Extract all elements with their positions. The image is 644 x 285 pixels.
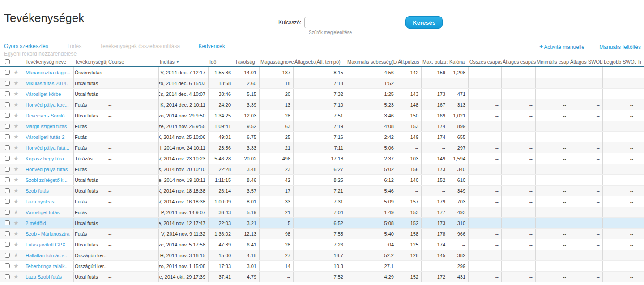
activity-name-link[interactable]: Teherbringa-találk... bbox=[26, 263, 69, 269]
activity-name-link[interactable]: Márianosztra dago... bbox=[26, 70, 70, 75]
activity-name-link[interactable]: Városligeti futás 2 bbox=[26, 134, 64, 140]
column-header-type[interactable]: Tevékenységtíp bbox=[74, 59, 107, 65]
column-header-elevation[interactable]: Magasságnöve bbox=[260, 59, 294, 65]
favorites-link[interactable]: Kedvencek bbox=[198, 43, 225, 49]
table-row[interactable]: ★Márianosztra dago...Ösvényfutás--V, 201… bbox=[0, 67, 644, 78]
manual-upload-link[interactable]: Manuális feltöltés bbox=[599, 44, 641, 50]
favorite-star-icon[interactable]: ★ bbox=[13, 166, 19, 172]
activity-name-link[interactable]: Szobi zsírégető k... bbox=[26, 177, 68, 183]
quick-edit-link[interactable]: Gyors szerkesztés bbox=[4, 43, 48, 49]
column-header-start[interactable]: Indítás▼ bbox=[159, 59, 209, 65]
activity-name-link[interactable]: Szob futás bbox=[26, 188, 49, 194]
row-checkbox[interactable] bbox=[5, 81, 10, 86]
column-header-max_hr[interactable]: Max. pulzu: bbox=[422, 59, 448, 65]
table-row[interactable]: ★Szob - MárianosztraFutás--V, 2014 nov. … bbox=[0, 229, 644, 239]
table-row[interactable]: ★Laza Szobi futásUtcai futás--Sze, 2014 … bbox=[0, 272, 644, 282]
activity-name-link[interactable]: Mikulás futás 2014. bbox=[26, 81, 68, 86]
activity-name-link[interactable]: Futás javított GPX bbox=[26, 242, 65, 247]
table-row[interactable]: ★Teherbringa-találk...Országúti ker...--… bbox=[0, 261, 644, 272]
favorite-star-icon[interactable]: ★ bbox=[13, 91, 19, 97]
row-checkbox[interactable] bbox=[5, 145, 10, 150]
column-header-avg_speed[interactable]: Átlagseb.(Átl. tempó) bbox=[294, 59, 346, 65]
row-checkbox[interactable] bbox=[5, 102, 10, 107]
row-checkbox[interactable] bbox=[5, 210, 10, 215]
activity-name-link[interactable]: Kopasz hegy túra bbox=[26, 156, 64, 161]
favorite-star-icon[interactable]: ★ bbox=[13, 199, 19, 204]
table-row[interactable]: ★Szobi zsírégető k...Utcai futás--Sze, 2… bbox=[0, 175, 644, 186]
activity-name-link[interactable]: Honvéd pálya futá... bbox=[26, 145, 69, 151]
activity-name-link[interactable]: Honvéd pálya koc... bbox=[26, 102, 69, 108]
compare-activities-link[interactable]: Tevékenységek összehasonlítása bbox=[100, 43, 180, 49]
select-all-checkbox[interactable] bbox=[5, 59, 10, 64]
column-header-extra[interactable]: Ti bbox=[636, 59, 644, 65]
favorite-star-icon[interactable]: ★ bbox=[13, 155, 19, 161]
row-checkbox[interactable] bbox=[5, 156, 10, 161]
column-header-total_strokes[interactable]: Összes csapás bbox=[469, 59, 502, 65]
favorite-star-icon[interactable]: ★ bbox=[13, 69, 19, 75]
activity-name-link[interactable]: Hallatlan tolmác s... bbox=[26, 253, 68, 258]
row-checkbox[interactable] bbox=[5, 124, 10, 129]
row-checkbox[interactable] bbox=[5, 263, 10, 268]
column-header-max_speed[interactable]: Maximális sebesség(Le bbox=[346, 59, 397, 65]
favorite-star-icon[interactable]: ★ bbox=[13, 252, 19, 258]
favorite-star-icon[interactable]: ★ bbox=[13, 242, 19, 247]
row-checkbox[interactable] bbox=[5, 113, 10, 118]
delete-link[interactable]: Törlés bbox=[67, 43, 81, 49]
table-row[interactable]: ★Honvéd pálya futá...Futás--H, 2014 nov.… bbox=[0, 142, 644, 153]
column-header-avg_strokes[interactable]: Átlagos csapás bbox=[502, 59, 536, 65]
row-checkbox[interactable] bbox=[5, 177, 10, 182]
table-row[interactable]: ★Városligeti futás 2Futás--K, 2014 nov. … bbox=[0, 132, 644, 142]
favorite-star-icon[interactable]: ★ bbox=[13, 80, 19, 86]
column-header-distance[interactable]: Távolság bbox=[234, 59, 260, 65]
column-header-min_strokes[interactable]: Minimális csapá bbox=[536, 59, 569, 65]
row-checkbox[interactable] bbox=[5, 167, 10, 172]
activity-name-link[interactable]: Városliget futás bbox=[26, 210, 60, 215]
row-checkbox[interactable] bbox=[5, 91, 10, 96]
search-button[interactable]: Keresés bbox=[405, 16, 443, 29]
column-header-best_swolf[interactable]: Legjobb SWOL bbox=[603, 59, 636, 65]
favorite-star-icon[interactable]: ★ bbox=[13, 274, 19, 280]
row-checkbox[interactable] bbox=[5, 220, 10, 225]
table-row[interactable]: ★Városliget körbeUtcai futás--Cs, 2014 d… bbox=[0, 89, 644, 99]
favorite-star-icon[interactable]: ★ bbox=[13, 123, 19, 129]
table-row[interactable]: ★Honvéd pálya futásFutás--Cs, 2014 nov. … bbox=[0, 164, 644, 175]
table-row[interactable]: ★Mikulás futás 2014.Utcai futás--Szo, 20… bbox=[0, 78, 644, 89]
activity-name-link[interactable]: Devecser - Somló ... bbox=[26, 113, 70, 118]
table-row[interactable]: ★Laza nyolcasFutás--V, 2014 nov. 16 18:3… bbox=[0, 196, 644, 207]
assign-record-link[interactable]: Egyéni rekord hozzárendelése bbox=[4, 51, 77, 57]
favorite-star-icon[interactable]: ★ bbox=[13, 145, 19, 151]
favorite-star-icon[interactable]: ★ bbox=[13, 134, 19, 140]
favorite-star-icon[interactable]: ★ bbox=[13, 220, 19, 226]
column-header-course[interactable]: Course bbox=[107, 59, 159, 65]
favorite-star-icon[interactable]: ★ bbox=[13, 263, 19, 269]
activity-name-link[interactable]: 2 mérföld bbox=[26, 220, 46, 226]
table-row[interactable]: ★Devecser - Somló ...Utcai futás--Szo, 2… bbox=[0, 110, 644, 121]
table-row[interactable]: ★Szob futásUtcai futás--K, 2014 nov. 18 … bbox=[0, 186, 644, 196]
table-row[interactable]: ★Kopasz hegy túraTúrázás--V, 2014 nov. 2… bbox=[0, 153, 644, 164]
row-checkbox[interactable] bbox=[5, 70, 10, 75]
column-header-avg_hr[interactable]: Átl.pulzus bbox=[397, 59, 422, 65]
column-header-time[interactable]: Idő bbox=[209, 59, 234, 65]
row-checkbox[interactable] bbox=[5, 134, 10, 139]
activity-name-link[interactable]: Margit-szigeti futás bbox=[26, 124, 67, 129]
table-row[interactable]: ★Futás javított GPXUtcai futás--Sze, 201… bbox=[0, 239, 644, 250]
favorite-star-icon[interactable]: ★ bbox=[13, 231, 19, 237]
table-row[interactable]: ★Városliget futásFutás--P, 2014 nov. 14 … bbox=[0, 207, 644, 218]
row-checkbox[interactable] bbox=[5, 188, 10, 193]
favorite-star-icon[interactable]: ★ bbox=[13, 209, 19, 215]
row-checkbox[interactable] bbox=[5, 242, 10, 247]
table-row[interactable]: ★Margit-szigeti futásFutás--Sze, 2014 no… bbox=[0, 121, 644, 132]
row-checkbox[interactable] bbox=[5, 199, 10, 204]
favorite-star-icon[interactable]: ★ bbox=[13, 188, 19, 194]
activity-name-link[interactable]: Honvéd pálya futás bbox=[26, 167, 68, 172]
row-checkbox[interactable] bbox=[5, 274, 10, 279]
show-filters-link[interactable]: Szűrők megjelenítése bbox=[309, 30, 352, 35]
table-row[interactable]: ★2 mérföldUtcai futás--Sze, 2014 nov. 12… bbox=[0, 218, 644, 229]
search-input[interactable] bbox=[304, 17, 408, 28]
table-row[interactable]: ★Honvéd pálya koc...Futás--K, 2014 dec. … bbox=[0, 99, 644, 110]
activity-name-link[interactable]: Városliget körbe bbox=[26, 91, 61, 97]
activity-name-link[interactable]: Szob - Márianosztra bbox=[26, 231, 69, 237]
column-header-calories[interactable]: Kalória bbox=[448, 59, 469, 65]
column-header-avg_swolf[interactable]: Átlagos SWOLF bbox=[569, 59, 603, 65]
favorite-star-icon[interactable]: ★ bbox=[13, 112, 19, 118]
